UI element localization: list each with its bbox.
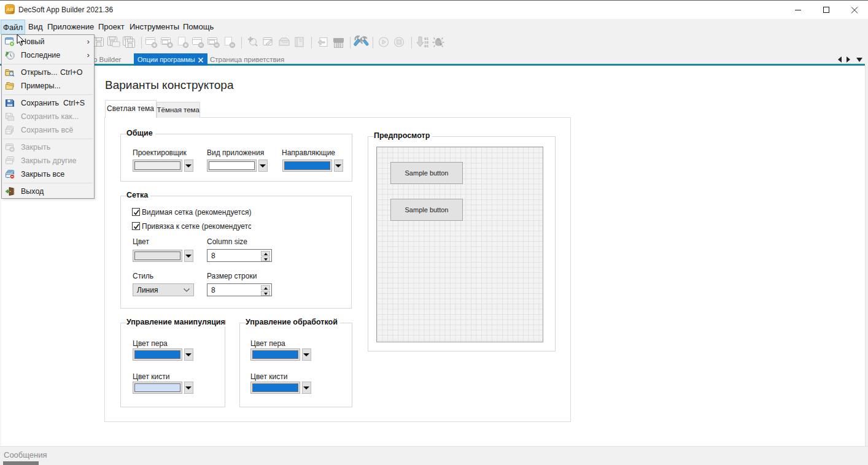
svg-text:01: 01 [424,44,429,48]
svg-text:AB: AB [6,7,14,12]
